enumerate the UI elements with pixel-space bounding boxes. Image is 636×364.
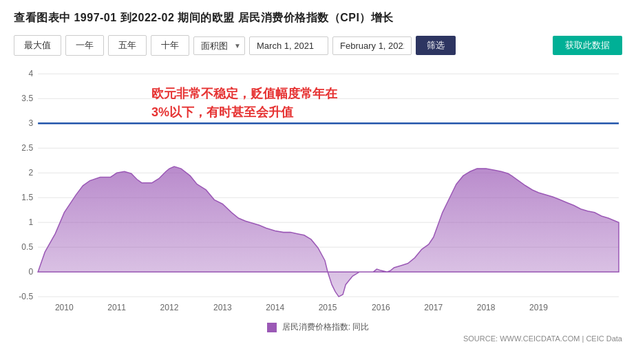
btn-5y[interactable]: 五年 xyxy=(108,35,147,56)
svg-text:2019: 2019 xyxy=(529,303,548,312)
svg-text:2011: 2011 xyxy=(107,303,126,312)
legend-label: 居民消费价格指数: 同比 xyxy=(282,321,370,333)
chart-svg: 4 3.5 3 2.5 2 1.5 1 0.5 0 -0.5 xyxy=(14,64,622,319)
svg-text:2012: 2012 xyxy=(160,303,179,312)
svg-text:0: 0 xyxy=(28,267,33,277)
svg-text:1.5: 1.5 xyxy=(21,193,33,202)
svg-text:2015: 2015 xyxy=(319,303,337,312)
source-text: SOURCE: WWW.CEICDATA.COM | CEIC Data xyxy=(14,334,622,343)
chart-type-select-wrap: 面积图 折线图 柱状图 ▼ xyxy=(193,36,245,55)
get-data-button[interactable]: 获取此数据 xyxy=(553,36,622,55)
toolbar: 最大值 一年 五年 十年 面积图 折线图 柱状图 ▼ 筛选 获取此数据 xyxy=(14,35,622,56)
page-title: 查看图表中 1997-01 到2022-02 期间的欧盟 居民消费价格指数（CP… xyxy=(14,11,622,25)
chart-type-select[interactable]: 面积图 折线图 柱状图 xyxy=(193,36,245,55)
svg-text:2017: 2017 xyxy=(424,303,443,312)
date-start-input[interactable] xyxy=(249,36,328,55)
date-end-input[interactable] xyxy=(332,36,412,55)
svg-text:2018: 2018 xyxy=(477,303,496,312)
svg-text:2.5: 2.5 xyxy=(21,143,33,153)
svg-text:4: 4 xyxy=(28,69,33,78)
btn-1y[interactable]: 一年 xyxy=(65,35,104,56)
page-container: 查看图表中 1997-01 到2022-02 期间的欧盟 居民消费价格指数（CP… xyxy=(0,0,636,364)
btn-10y[interactable]: 十年 xyxy=(151,35,189,56)
svg-text:3.5: 3.5 xyxy=(21,94,33,103)
svg-text:0.5: 0.5 xyxy=(21,242,33,252)
svg-text:2013: 2013 xyxy=(213,303,232,312)
svg-text:3: 3 xyxy=(28,118,33,128)
btn-max[interactable]: 最大值 xyxy=(14,35,61,56)
filter-button[interactable]: 筛选 xyxy=(416,36,456,55)
chart-area: 4 3.5 3 2.5 2 1.5 1 0.5 0 -0.5 xyxy=(14,64,622,319)
svg-marker-21 xyxy=(38,167,619,297)
svg-text:2010: 2010 xyxy=(55,303,74,312)
legend-color-swatch xyxy=(267,323,277,332)
svg-text:2016: 2016 xyxy=(372,303,390,312)
svg-text:2014: 2014 xyxy=(266,303,284,312)
svg-text:2: 2 xyxy=(28,168,33,178)
svg-text:1: 1 xyxy=(28,217,33,227)
svg-text:-0.5: -0.5 xyxy=(19,292,33,301)
chart-legend: 居民消费价格指数: 同比 xyxy=(14,321,622,333)
